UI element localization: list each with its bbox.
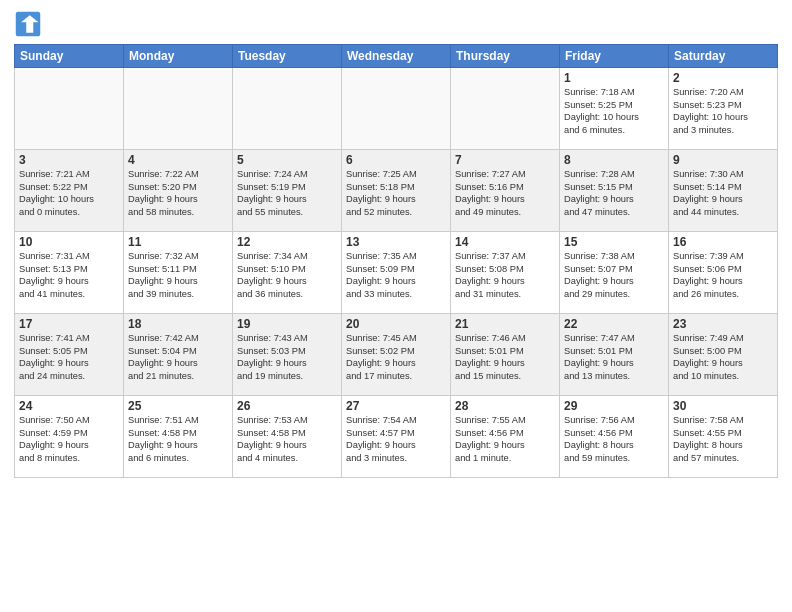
calendar-week-row: 17Sunrise: 7:41 AM Sunset: 5:05 PM Dayli… xyxy=(15,314,778,396)
calendar-cell: 27Sunrise: 7:54 AM Sunset: 4:57 PM Dayli… xyxy=(342,396,451,478)
calendar-cell: 10Sunrise: 7:31 AM Sunset: 5:13 PM Dayli… xyxy=(15,232,124,314)
calendar-week-row: 1Sunrise: 7:18 AM Sunset: 5:25 PM Daylig… xyxy=(15,68,778,150)
calendar-cell: 21Sunrise: 7:46 AM Sunset: 5:01 PM Dayli… xyxy=(451,314,560,396)
calendar-cell: 25Sunrise: 7:51 AM Sunset: 4:58 PM Dayli… xyxy=(124,396,233,478)
day-info: Sunrise: 7:32 AM Sunset: 5:11 PM Dayligh… xyxy=(128,250,228,300)
calendar-cell: 13Sunrise: 7:35 AM Sunset: 5:09 PM Dayli… xyxy=(342,232,451,314)
weekday-header: Monday xyxy=(124,45,233,68)
day-number: 14 xyxy=(455,235,555,249)
calendar-cell xyxy=(342,68,451,150)
calendar-cell: 12Sunrise: 7:34 AM Sunset: 5:10 PM Dayli… xyxy=(233,232,342,314)
day-info: Sunrise: 7:47 AM Sunset: 5:01 PM Dayligh… xyxy=(564,332,664,382)
weekday-header: Thursday xyxy=(451,45,560,68)
calendar-cell: 18Sunrise: 7:42 AM Sunset: 5:04 PM Dayli… xyxy=(124,314,233,396)
calendar-cell: 19Sunrise: 7:43 AM Sunset: 5:03 PM Dayli… xyxy=(233,314,342,396)
calendar-cell: 29Sunrise: 7:56 AM Sunset: 4:56 PM Dayli… xyxy=(560,396,669,478)
day-info: Sunrise: 7:41 AM Sunset: 5:05 PM Dayligh… xyxy=(19,332,119,382)
day-info: Sunrise: 7:56 AM Sunset: 4:56 PM Dayligh… xyxy=(564,414,664,464)
day-number: 27 xyxy=(346,399,446,413)
day-info: Sunrise: 7:20 AM Sunset: 5:23 PM Dayligh… xyxy=(673,86,773,136)
day-number: 30 xyxy=(673,399,773,413)
day-info: Sunrise: 7:28 AM Sunset: 5:15 PM Dayligh… xyxy=(564,168,664,218)
calendar-week-row: 10Sunrise: 7:31 AM Sunset: 5:13 PM Dayli… xyxy=(15,232,778,314)
weekday-header: Wednesday xyxy=(342,45,451,68)
day-number: 15 xyxy=(564,235,664,249)
calendar-cell: 15Sunrise: 7:38 AM Sunset: 5:07 PM Dayli… xyxy=(560,232,669,314)
calendar-cell: 9Sunrise: 7:30 AM Sunset: 5:14 PM Daylig… xyxy=(669,150,778,232)
day-number: 1 xyxy=(564,71,664,85)
calendar-cell: 2Sunrise: 7:20 AM Sunset: 5:23 PM Daylig… xyxy=(669,68,778,150)
weekday-header: Tuesday xyxy=(233,45,342,68)
calendar-week-row: 24Sunrise: 7:50 AM Sunset: 4:59 PM Dayli… xyxy=(15,396,778,478)
day-number: 9 xyxy=(673,153,773,167)
calendar-cell: 17Sunrise: 7:41 AM Sunset: 5:05 PM Dayli… xyxy=(15,314,124,396)
calendar-cell: 28Sunrise: 7:55 AM Sunset: 4:56 PM Dayli… xyxy=(451,396,560,478)
day-info: Sunrise: 7:45 AM Sunset: 5:02 PM Dayligh… xyxy=(346,332,446,382)
calendar-cell: 4Sunrise: 7:22 AM Sunset: 5:20 PM Daylig… xyxy=(124,150,233,232)
weekday-header: Saturday xyxy=(669,45,778,68)
day-info: Sunrise: 7:18 AM Sunset: 5:25 PM Dayligh… xyxy=(564,86,664,136)
calendar-cell xyxy=(233,68,342,150)
day-info: Sunrise: 7:53 AM Sunset: 4:58 PM Dayligh… xyxy=(237,414,337,464)
calendar-cell: 5Sunrise: 7:24 AM Sunset: 5:19 PM Daylig… xyxy=(233,150,342,232)
weekday-header: Friday xyxy=(560,45,669,68)
calendar-cell xyxy=(124,68,233,150)
page-container: SundayMondayTuesdayWednesdayThursdayFrid… xyxy=(0,0,792,486)
day-info: Sunrise: 7:35 AM Sunset: 5:09 PM Dayligh… xyxy=(346,250,446,300)
calendar: SundayMondayTuesdayWednesdayThursdayFrid… xyxy=(14,44,778,478)
calendar-cell: 20Sunrise: 7:45 AM Sunset: 5:02 PM Dayli… xyxy=(342,314,451,396)
day-number: 8 xyxy=(564,153,664,167)
calendar-cell: 30Sunrise: 7:58 AM Sunset: 4:55 PM Dayli… xyxy=(669,396,778,478)
calendar-week-row: 3Sunrise: 7:21 AM Sunset: 5:22 PM Daylig… xyxy=(15,150,778,232)
day-number: 13 xyxy=(346,235,446,249)
day-info: Sunrise: 7:42 AM Sunset: 5:04 PM Dayligh… xyxy=(128,332,228,382)
day-number: 19 xyxy=(237,317,337,331)
day-info: Sunrise: 7:49 AM Sunset: 5:00 PM Dayligh… xyxy=(673,332,773,382)
calendar-cell: 16Sunrise: 7:39 AM Sunset: 5:06 PM Dayli… xyxy=(669,232,778,314)
day-number: 25 xyxy=(128,399,228,413)
logo-icon xyxy=(14,10,42,38)
day-info: Sunrise: 7:39 AM Sunset: 5:06 PM Dayligh… xyxy=(673,250,773,300)
day-info: Sunrise: 7:51 AM Sunset: 4:58 PM Dayligh… xyxy=(128,414,228,464)
calendar-cell: 23Sunrise: 7:49 AM Sunset: 5:00 PM Dayli… xyxy=(669,314,778,396)
day-info: Sunrise: 7:30 AM Sunset: 5:14 PM Dayligh… xyxy=(673,168,773,218)
day-number: 16 xyxy=(673,235,773,249)
calendar-cell: 26Sunrise: 7:53 AM Sunset: 4:58 PM Dayli… xyxy=(233,396,342,478)
calendar-cell: 3Sunrise: 7:21 AM Sunset: 5:22 PM Daylig… xyxy=(15,150,124,232)
day-number: 3 xyxy=(19,153,119,167)
day-info: Sunrise: 7:55 AM Sunset: 4:56 PM Dayligh… xyxy=(455,414,555,464)
day-info: Sunrise: 7:24 AM Sunset: 5:19 PM Dayligh… xyxy=(237,168,337,218)
day-info: Sunrise: 7:37 AM Sunset: 5:08 PM Dayligh… xyxy=(455,250,555,300)
calendar-cell: 1Sunrise: 7:18 AM Sunset: 5:25 PM Daylig… xyxy=(560,68,669,150)
calendar-cell: 22Sunrise: 7:47 AM Sunset: 5:01 PM Dayli… xyxy=(560,314,669,396)
calendar-cell xyxy=(15,68,124,150)
day-number: 7 xyxy=(455,153,555,167)
day-number: 5 xyxy=(237,153,337,167)
day-info: Sunrise: 7:50 AM Sunset: 4:59 PM Dayligh… xyxy=(19,414,119,464)
day-number: 21 xyxy=(455,317,555,331)
day-info: Sunrise: 7:43 AM Sunset: 5:03 PM Dayligh… xyxy=(237,332,337,382)
day-number: 26 xyxy=(237,399,337,413)
calendar-cell: 14Sunrise: 7:37 AM Sunset: 5:08 PM Dayli… xyxy=(451,232,560,314)
day-info: Sunrise: 7:58 AM Sunset: 4:55 PM Dayligh… xyxy=(673,414,773,464)
header xyxy=(14,10,778,38)
day-number: 29 xyxy=(564,399,664,413)
day-number: 12 xyxy=(237,235,337,249)
calendar-cell: 6Sunrise: 7:25 AM Sunset: 5:18 PM Daylig… xyxy=(342,150,451,232)
calendar-cell: 8Sunrise: 7:28 AM Sunset: 5:15 PM Daylig… xyxy=(560,150,669,232)
day-info: Sunrise: 7:25 AM Sunset: 5:18 PM Dayligh… xyxy=(346,168,446,218)
day-info: Sunrise: 7:21 AM Sunset: 5:22 PM Dayligh… xyxy=(19,168,119,218)
day-info: Sunrise: 7:27 AM Sunset: 5:16 PM Dayligh… xyxy=(455,168,555,218)
calendar-cell: 11Sunrise: 7:32 AM Sunset: 5:11 PM Dayli… xyxy=(124,232,233,314)
day-number: 17 xyxy=(19,317,119,331)
day-number: 4 xyxy=(128,153,228,167)
day-number: 6 xyxy=(346,153,446,167)
calendar-cell: 7Sunrise: 7:27 AM Sunset: 5:16 PM Daylig… xyxy=(451,150,560,232)
day-number: 28 xyxy=(455,399,555,413)
calendar-cell: 24Sunrise: 7:50 AM Sunset: 4:59 PM Dayli… xyxy=(15,396,124,478)
weekday-header-row: SundayMondayTuesdayWednesdayThursdayFrid… xyxy=(15,45,778,68)
weekday-header: Sunday xyxy=(15,45,124,68)
day-info: Sunrise: 7:34 AM Sunset: 5:10 PM Dayligh… xyxy=(237,250,337,300)
day-info: Sunrise: 7:38 AM Sunset: 5:07 PM Dayligh… xyxy=(564,250,664,300)
day-number: 18 xyxy=(128,317,228,331)
